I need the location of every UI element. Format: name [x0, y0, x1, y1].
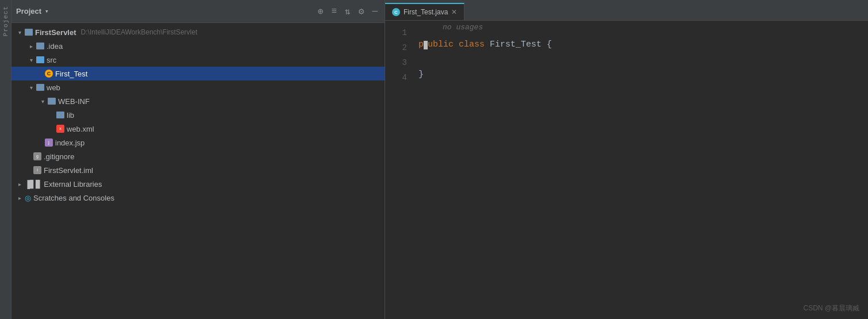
line-number-3: 3: [402, 55, 407, 70]
tab-close-button[interactable]: ✕: [451, 8, 457, 16]
line-number-2: 2: [402, 40, 407, 55]
tree-item-root[interactable]: FirstServlet D:\IntelliJIDEAWorkBench\Fi…: [11, 25, 385, 39]
tree-item-indexjsp[interactable]: j index.jsp: [11, 136, 385, 149]
editor-area: C First_Test.java ✕ 1 2 3 4 no usages pu…: [385, 0, 868, 319]
arrow-extlib[interactable]: [18, 181, 21, 187]
tree-item-first-test[interactable]: C First_Test: [11, 67, 385, 80]
code-line-1: public class First_Test {: [418, 37, 868, 52]
keyword-public: p: [418, 37, 424, 52]
tree-label-iml: FirstServlet.iml: [44, 166, 93, 175]
class-name: First_Test: [490, 37, 541, 52]
code-line-2: [418, 52, 868, 67]
code-line-4: [418, 82, 868, 97]
scratch-icon: ◎: [25, 194, 31, 202]
sidebar-action-list[interactable]: ≡: [329, 5, 340, 18]
folder-icon-lib: [56, 112, 64, 118]
watermark: CSDN @暮晨璃臧: [803, 303, 859, 313]
side-tab-label: Project: [2, 6, 9, 36]
tree-item-lib[interactable]: lib: [11, 108, 385, 122]
tree-item-web[interactable]: web: [11, 80, 385, 94]
gitignore-file-icon: g: [33, 152, 41, 160]
tree-item-webxml[interactable]: x web.xml: [11, 122, 385, 136]
iml-file-icon: i: [33, 166, 41, 174]
sidebar-action-sort[interactable]: ⇅: [343, 5, 353, 18]
arrow-root[interactable]: [18, 29, 21, 36]
file-tree: FirstServlet D:\IntelliJIDEAWorkBench\Fi…: [11, 23, 385, 319]
arrow-src[interactable]: [30, 57, 33, 63]
editor-tab-bar: C First_Test.java ✕: [385, 0, 868, 21]
tree-label-src: src: [47, 56, 56, 64]
arrow-webinf[interactable]: [41, 98, 44, 105]
editor-content: 1 2 3 4 no usages public class First_Tes…: [385, 21, 868, 319]
tree-label-extlib: External Libraries: [44, 180, 102, 189]
cursor: [424, 41, 428, 49]
open-brace: {: [547, 37, 552, 52]
bar-chart-icon: ▐▋▊: [25, 180, 41, 189]
tree-label-webinf: WEB-INF: [58, 97, 90, 106]
folder-icon-root: [25, 29, 33, 36]
arrow-idea[interactable]: [30, 43, 33, 49]
tree-label-webxml: web.xml: [67, 125, 94, 133]
arrow-scratches[interactable]: [18, 195, 21, 201]
project-side-tab[interactable]: Project: [0, 0, 11, 319]
xml-file-icon: x: [56, 125, 64, 133]
tree-label-gitignore: .gitignore: [44, 152, 74, 161]
sidebar-title-arrow[interactable]: ▾: [45, 7, 49, 15]
java-class-icon: C: [45, 70, 53, 78]
sidebar-title: Project: [16, 7, 41, 16]
tab-label: First_Test.java: [404, 8, 448, 16]
tree-item-idea[interactable]: .idea: [11, 39, 385, 53]
tree-label-web: web: [47, 83, 60, 92]
tree-label-scratches: Scratches and Consoles: [33, 194, 114, 202]
tree-label-lib: lib: [67, 111, 74, 120]
tree-label-indexjsp: index.jsp: [55, 139, 85, 147]
keyword-public-rest: ublic: [428, 37, 454, 52]
sidebar-action-minimize[interactable]: —: [370, 5, 380, 18]
tree-label-idea: .idea: [47, 42, 63, 51]
code-panel: no usages public class First_Test { }: [414, 21, 868, 319]
arrow-web[interactable]: [30, 84, 33, 91]
jsp-file-icon: j: [45, 139, 53, 147]
keyword-class: class: [459, 37, 485, 52]
line-number-4: 4: [402, 70, 407, 85]
line-numbers: 1 2 3 4: [385, 21, 414, 319]
tree-item-webinf[interactable]: WEB-INF: [11, 94, 385, 108]
tree-item-extlib[interactable]: ▐▋▊ External Libraries: [11, 177, 385, 191]
tree-label-first-test: First_Test: [55, 70, 87, 78]
code-hint: no usages: [414, 21, 868, 33]
folder-icon-idea: [36, 43, 44, 49]
tree-item-scratches[interactable]: ◎ Scratches and Consoles: [11, 191, 385, 205]
tree-path-root: D:\IntelliJIDEAWorkBench\FirstServlet: [81, 28, 198, 36]
tab-java-icon: C: [392, 8, 400, 16]
sidebar-header: Project ▾ ⊕ ≡ ⇅ ⚙ —: [11, 0, 385, 23]
tree-label-root: FirstServlet: [35, 28, 76, 37]
folder-icon-webinf: [48, 98, 56, 105]
src-folder-icon: [36, 56, 44, 63]
editor-tab-first-test[interactable]: C First_Test.java ✕: [385, 3, 464, 20]
code-area[interactable]: public class First_Test { }: [414, 33, 868, 319]
tree-item-iml[interactable]: i FirstServlet.iml: [11, 163, 385, 177]
line-number-1: 1: [402, 25, 407, 40]
sidebar-action-settings[interactable]: ⚙: [356, 5, 367, 18]
tree-item-gitignore[interactable]: g .gitignore: [11, 149, 385, 163]
sidebar-action-add[interactable]: ⊕: [316, 5, 326, 18]
sidebar: Project ▾ ⊕ ≡ ⇅ ⚙ — FirstServlet D:\Inte…: [11, 0, 385, 319]
close-brace: }: [418, 67, 424, 82]
tree-item-src[interactable]: src: [11, 53, 385, 67]
folder-icon-web: [36, 84, 44, 91]
code-line-3: }: [418, 67, 868, 82]
